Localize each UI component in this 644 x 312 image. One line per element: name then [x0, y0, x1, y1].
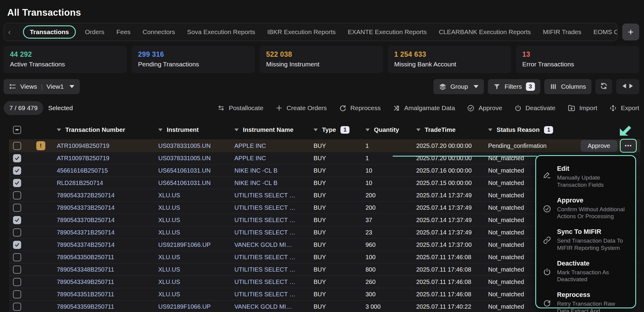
- chevron-down-icon[interactable]: [57, 129, 61, 131]
- stat-card-pending-transactions[interactable]: 299 316 Pending Transactions: [132, 46, 255, 73]
- import-button[interactable]: Import: [568, 104, 597, 112]
- cell-transaction-number[interactable]: 7890543349B250711: [57, 279, 158, 285]
- cell-transaction-number[interactable]: 7890543374B250714: [57, 241, 158, 248]
- tab-ibkr-execution-reports[interactable]: IBKR Execution Reports: [267, 28, 336, 36]
- cell-instrument[interactable]: US6541061031.UN: [158, 180, 234, 186]
- chevron-down-icon[interactable]: [234, 129, 239, 131]
- cell-instrument-name[interactable]: APPLE INC: [234, 155, 314, 162]
- cell-instrument-name[interactable]: UTILITIES SELECT …: [234, 291, 314, 298]
- row-checkbox[interactable]: [13, 303, 21, 311]
- column-header-transaction-number[interactable]: Transaction Number: [57, 126, 158, 133]
- cell-instrument[interactable]: XLU.US: [158, 204, 234, 211]
- tab-mifir-trades[interactable]: MIFIR Trades: [543, 28, 581, 36]
- cell-transaction-number[interactable]: 45661616B250715: [57, 167, 158, 174]
- table-row[interactable]: ! ATR10094B250719 US0378331005.UN APPLE …: [9, 139, 640, 152]
- column-header-instrument[interactable]: Instrument: [158, 126, 234, 133]
- chevron-down-icon[interactable]: [314, 129, 318, 131]
- cell-transaction-number[interactable]: 7890543370B250714: [57, 217, 158, 224]
- menu-item-edit[interactable]: Edit Manually Update Transaction Fields: [542, 165, 629, 189]
- column-pager-button[interactable]: [616, 79, 639, 94]
- column-header-type[interactable]: Type 1: [314, 126, 365, 134]
- row-checkbox[interactable]: [13, 204, 21, 212]
- cell-instrument-name[interactable]: NIKE INC -CL B: [234, 167, 314, 174]
- cell-instrument[interactable]: US92189F1066.UP: [158, 303, 234, 310]
- cell-instrument[interactable]: XLU.US: [158, 192, 234, 199]
- tab-orders[interactable]: Orders: [85, 28, 104, 36]
- cell-instrument[interactable]: XLU.US: [158, 279, 234, 285]
- stat-card-error-transactions[interactable]: 13 Error Transactions: [516, 46, 639, 73]
- cell-instrument[interactable]: XLU.US: [158, 254, 234, 261]
- reprocess-button[interactable]: Reprocess: [339, 104, 381, 112]
- cell-instrument[interactable]: XLU.US: [158, 291, 234, 298]
- row-checkbox[interactable]: [13, 142, 21, 150]
- export-button[interactable]: Export: [609, 104, 639, 112]
- row-checkbox[interactable]: [13, 266, 21, 274]
- columns-button[interactable]: Columns: [544, 79, 591, 94]
- row-checkbox[interactable]: [13, 216, 21, 224]
- chevron-down-icon[interactable]: [365, 129, 370, 131]
- refresh-button[interactable]: [595, 79, 612, 94]
- row-checkbox[interactable]: [13, 241, 21, 249]
- cell-instrument-name[interactable]: NIKE INC -CL B: [234, 180, 314, 186]
- menu-item-sync-to-mifir[interactable]: Sync To MIFIR Send Transaction Data To M…: [542, 228, 629, 252]
- row-checkbox[interactable]: [13, 278, 21, 286]
- cell-transaction-number[interactable]: 7890543351B250711: [57, 291, 158, 298]
- cell-instrument-name[interactable]: UTILITIES SELECT …: [234, 254, 314, 261]
- cell-transaction-number[interactable]: 7890543371B250714: [57, 229, 158, 236]
- cell-transaction-number[interactable]: ATR10097B250719: [57, 155, 158, 162]
- create-orders-button[interactable]: Create Orders: [275, 104, 327, 112]
- menu-item-reprocess[interactable]: Reprocess Retry Transaction Raw Data Ext…: [542, 291, 629, 312]
- row-checkbox[interactable]: [13, 191, 21, 199]
- row-checkbox[interactable]: [13, 290, 21, 298]
- row-checkbox[interactable]: [13, 154, 21, 162]
- stat-card-active-transactions[interactable]: 44 292 Active Transactions: [4, 46, 127, 73]
- select-all-checkbox[interactable]: [13, 126, 21, 134]
- cell-transaction-number[interactable]: RLD281B250714: [57, 180, 158, 186]
- row-checkbox[interactable]: [13, 228, 21, 237]
- chevron-down-icon[interactable]: [416, 129, 420, 131]
- cell-instrument-name[interactable]: UTILITIES SELECT …: [234, 279, 314, 285]
- deactivate-action-button[interactable]: Deactivate: [514, 104, 555, 112]
- cell-instrument-name[interactable]: UTILITIES SELECT …: [234, 204, 314, 211]
- group-button[interactable]: Group: [433, 79, 484, 94]
- filters-button[interactable]: Filters 3: [488, 79, 540, 94]
- row-checkbox[interactable]: [13, 253, 21, 261]
- cell-instrument[interactable]: US6541061031.UN: [158, 167, 234, 174]
- tab-fees[interactable]: Fees: [116, 28, 130, 36]
- tab-exante-execution-reports[interactable]: EXANTE Execution Reports: [348, 28, 427, 36]
- cell-instrument-name[interactable]: UTILITIES SELECT …: [234, 229, 314, 236]
- cell-instrument-name[interactable]: VANECK GOLD MI…: [234, 303, 314, 310]
- cell-instrument[interactable]: XLU.US: [158, 266, 234, 273]
- chevron-down-icon[interactable]: [488, 129, 492, 131]
- tab-sova-execution-reports[interactable]: Sova Execution Reports: [187, 28, 255, 36]
- row-approve-button[interactable]: Approve: [581, 140, 618, 152]
- tab-eoms[interactable]: EOMS C: [594, 28, 617, 36]
- amalgamate-data-button[interactable]: Amalgamate Data: [393, 104, 455, 112]
- cell-transaction-number[interactable]: 7890543348B250711: [57, 266, 158, 273]
- cell-transaction-number[interactable]: 7890543359B250711: [57, 303, 158, 310]
- tab-clearbank-execution-reports[interactable]: CLEARBANK Execution Reports: [439, 28, 531, 36]
- cell-instrument[interactable]: XLU.US: [158, 229, 234, 236]
- stat-card-missing-instrument[interactable]: 522 038 Missing Instrument: [260, 46, 383, 73]
- row-checkbox[interactable]: [13, 179, 21, 187]
- menu-item-approve[interactable]: Approve Confirm Without Additional Actio…: [542, 197, 629, 220]
- cell-instrument[interactable]: US92189F1066.UP: [158, 241, 234, 248]
- stat-card-missing-bank-account[interactable]: 1 254 633 Missing Bank Account: [388, 46, 511, 73]
- row-more-button[interactable]: ⋯: [621, 140, 635, 151]
- approve-action-button[interactable]: Approve: [467, 104, 502, 112]
- tab-transactions[interactable]: Transactions: [23, 25, 76, 39]
- column-header-tradetime[interactable]: TradeTime: [416, 126, 488, 133]
- menu-item-deactivate[interactable]: Deactivate Mark Transaction As Deactivat…: [542, 260, 629, 283]
- column-header-quantity[interactable]: Quantity: [365, 126, 416, 133]
- column-header-status-reason[interactable]: Status Reason 1: [488, 126, 640, 134]
- column-header-instrument-name[interactable]: Instrument Name: [234, 126, 314, 133]
- tab-connectors[interactable]: Connectors: [143, 28, 175, 36]
- cell-instrument-name[interactable]: UTILITIES SELECT …: [234, 217, 314, 224]
- cell-transaction-number[interactable]: 7890543350B250711: [57, 254, 158, 261]
- cell-instrument-name[interactable]: UTILITIES SELECT …: [234, 266, 314, 273]
- cell-instrument[interactable]: XLU.US: [158, 217, 234, 224]
- postallocate-button[interactable]: Postallocate: [217, 104, 263, 112]
- cell-instrument-name[interactable]: APPLE INC: [234, 142, 314, 149]
- cell-instrument[interactable]: US0378331005.UN: [158, 142, 234, 149]
- chevron-down-icon[interactable]: [158, 129, 163, 131]
